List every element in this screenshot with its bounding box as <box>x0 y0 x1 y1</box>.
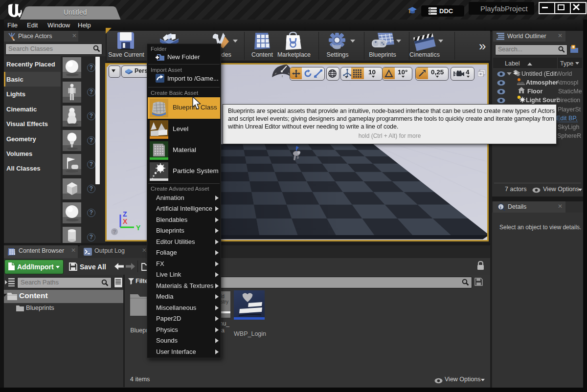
svg-text:Y: Y <box>136 224 141 232</box>
svg-text:Z: Z <box>123 210 127 218</box>
svg-text:X: X <box>123 218 128 225</box>
